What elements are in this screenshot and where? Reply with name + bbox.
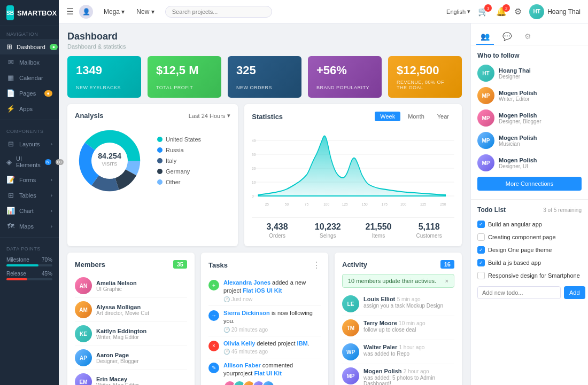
svg-text:25: 25	[265, 201, 269, 207]
task-text: Allison Faber commented yourproject Flat…	[223, 362, 321, 378]
milestone-label: Milestone	[6, 257, 29, 263]
donut-svg: 84.254 VISITS	[75, 126, 144, 195]
stats-tabs: Week Month Year	[375, 112, 454, 121]
page-header: Dashboard Dashboard & statistics	[67, 31, 462, 50]
todo-text: Responsive design for Smartphone	[488, 272, 580, 279]
todo-input[interactable]	[477, 286, 561, 299]
sidebar-item-pages[interactable]: 📄 Pages ●	[0, 85, 59, 101]
tab-chat[interactable]: 💬	[498, 29, 516, 45]
summary-orders: 3,438 Orders	[252, 222, 303, 239]
follow-role: Writer, Editor	[499, 96, 537, 102]
settings-button[interactable]: ⚙	[514, 6, 522, 17]
todo-checkbox[interactable]	[477, 272, 485, 279]
activity-card: Activity 16 10 members update their acti…	[335, 253, 462, 385]
sidebar-logo[interactable]: SB SMARTBOX	[0, 0, 59, 26]
stat-label: BRAND POPULARITY	[316, 85, 373, 90]
avatar: MP	[477, 132, 494, 149]
svg-text:150: 150	[362, 201, 368, 207]
stat-cards-row: 1349 NEW EYELRACKS $12,5 M TOTAL PROFIT …	[67, 56, 462, 98]
avatar: AM	[75, 301, 92, 318]
forms-icon: 📝	[6, 176, 15, 184]
stat-card-new-orders: 325 NEW ORDERS	[228, 56, 301, 98]
page-title: Dashboard	[67, 31, 462, 42]
sidebar-item-calendar[interactable]: ▦ Calendar	[0, 70, 59, 85]
member-role: Designer, Blogger	[96, 358, 139, 364]
tab-people[interactable]: 👥	[476, 29, 494, 45]
task-time: 🕐 46 minutes ago	[223, 349, 310, 355]
ui-icon: ◈	[6, 158, 12, 166]
notifications-button[interactable]: 🔔 2	[496, 6, 507, 17]
language-selector[interactable]: English ▾	[446, 8, 470, 15]
sidebar-item-tables[interactable]: ⊞ Tables ›	[0, 187, 59, 203]
sidebar-item-label: Tables	[19, 192, 36, 199]
follow-item: MP Mogen Polish Musician	[477, 132, 582, 149]
sidebar-item-maps[interactable]: 🗺 Maps ›	[0, 218, 59, 234]
release-label: Release	[6, 271, 26, 277]
todo-checkbox[interactable]: ✓	[477, 221, 485, 228]
avatar: WP	[342, 343, 359, 360]
components-section-label: Components	[0, 123, 59, 136]
close-notice-icon[interactable]: ×	[445, 278, 448, 284]
member-item: AM Alyssa Molligan Art director, Movie C…	[75, 298, 187, 322]
svg-text:50: 50	[285, 201, 289, 207]
bottom-row: Members 35 AN Amelia Nelson UI Graphic	[67, 253, 462, 385]
topnav-menu: Mega ▾ New ▾	[98, 6, 160, 18]
sidebar-item-apps[interactable]: ⚡ Apps	[0, 101, 59, 116]
notifications-badge: 2	[502, 4, 510, 12]
follow-name: Mogen Polish	[499, 90, 537, 96]
activity-item: WP Walter Paler 1 hour ago was added to …	[342, 340, 454, 364]
member-role: Writer, Mag Editor	[96, 382, 139, 386]
new-menu-item[interactable]: New ▾	[131, 6, 159, 18]
todo-checkbox[interactable]: ✓	[477, 259, 485, 266]
task-icon: →	[208, 310, 219, 321]
sidebar-item-forms[interactable]: 📝 Forms ›	[0, 172, 59, 187]
topnav-user[interactable]: HT Hoang Thai	[529, 4, 581, 19]
sidebar-item-label: Apps	[19, 106, 33, 112]
sidebar-item-dashboard[interactable]: ⊞ Dashboard ●	[0, 39, 59, 54]
svg-text:75: 75	[305, 201, 308, 207]
tasks-menu-icon[interactable]: ⋮	[312, 260, 321, 270]
task-text: Alexandra Jones added a new project Flat…	[223, 279, 321, 295]
todo-remaining: 3 of 5 remaining	[543, 207, 582, 213]
sidebar-item-label: Pages	[19, 90, 36, 97]
stats-title: Statistics	[252, 113, 283, 121]
follow-name: Mogen Polish	[499, 112, 541, 119]
release-progress: Release 45%	[6, 271, 52, 280]
avatar: MP	[477, 87, 494, 104]
search-input[interactable]	[165, 6, 272, 18]
todo-add-button[interactable]: Add	[564, 286, 585, 299]
tables-icon: ⊞	[6, 191, 15, 199]
member-item: KE Kaitlyn Eddington Writer, Mag Editor	[75, 322, 187, 346]
hamburger-icon[interactable]: ☰	[66, 6, 74, 17]
cart-button[interactable]: 🛒 3	[478, 6, 489, 17]
topnav-user-icon[interactable]: 👤	[79, 5, 93, 19]
sidebar-item-ui-elements[interactable]: ◈ UI Elements N 00	[0, 152, 59, 172]
mega-menu-item[interactable]: Mega ▾	[98, 6, 130, 18]
who-to-follow-title: Who to follow	[477, 52, 582, 59]
sidebar-item-mailbox[interactable]: ✉ Mailbox	[0, 54, 59, 70]
analysis-period[interactable]: Last 24 Hours ▾	[189, 112, 230, 119]
todo-item: Responsive design for Smartphone	[477, 269, 582, 282]
summary-customers: 5,118 Customers	[404, 222, 454, 239]
svg-text:VISITS: VISITS	[102, 161, 118, 167]
tab-year[interactable]: Year	[432, 112, 454, 121]
sidebar-item-chart[interactable]: 📊 Chart ›	[0, 203, 59, 218]
activity-list: LE Louis Elliot 5 min ago assign you a t…	[342, 292, 454, 385]
more-connections-button[interactable]: More Connections	[477, 177, 582, 191]
tasks-card: Tasks ⋮ + Alexandra Jones added a new pr…	[201, 253, 328, 385]
stat-card-revenue: $12,500 REVENUE, 80% OF THE GOAL	[388, 56, 462, 98]
todo-text: Creating component page	[488, 234, 556, 240]
todo-item: ✓ Design One page theme	[477, 243, 582, 256]
svg-text:10: 10	[252, 179, 256, 185]
stat-value: 1349	[76, 64, 133, 77]
tab-month[interactable]: Month	[403, 112, 430, 121]
svg-text:84.254: 84.254	[98, 152, 121, 160]
follow-item: MP Mogen Polish Writer, Editor	[477, 87, 582, 104]
sidebar-item-layouts[interactable]: ⊟ Layouts ›	[0, 136, 59, 152]
todo-checkbox[interactable]	[477, 233, 485, 241]
tab-settings[interactable]: ⚙	[520, 29, 536, 45]
todo-text: Design One page theme	[488, 247, 552, 253]
todo-checkbox[interactable]: ✓	[477, 246, 485, 254]
tab-week[interactable]: Week	[375, 112, 400, 121]
task-item: → Sierra Dickinson is now following you.…	[208, 306, 321, 336]
